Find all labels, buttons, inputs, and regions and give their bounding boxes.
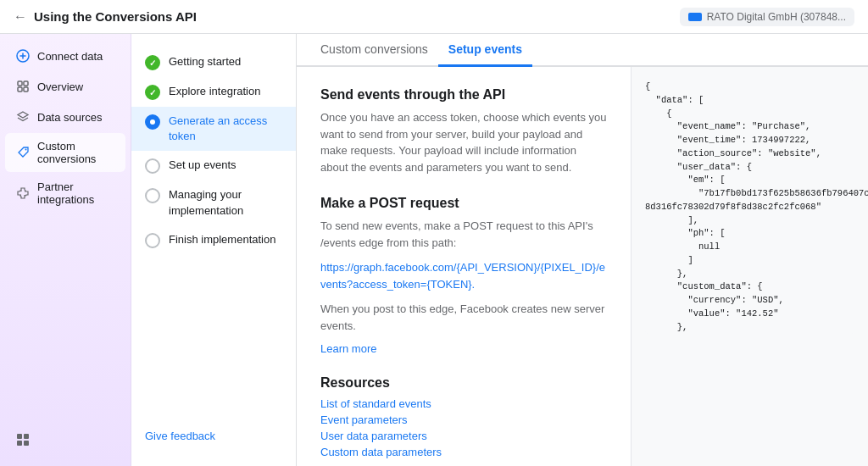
step-circle-active [145, 114, 160, 130]
step-generate-access-token[interactable]: Generate an access token [131, 107, 296, 151]
active-dot [150, 119, 155, 125]
back-button[interactable]: ← [14, 9, 27, 25]
resource-link-4[interactable]: Custom data parameters [320, 446, 442, 458]
content-area: Send events through the API Once you hav… [297, 67, 868, 466]
main-layout: Connect data Overview [0, 34, 868, 466]
resources-title: Resources [320, 375, 607, 391]
tag-icon [15, 145, 31, 160]
sidebar-item-connect-data[interactable]: Connect data [5, 42, 125, 70]
company-icon [688, 13, 702, 21]
main-content: Send events through the API Once you hav… [297, 67, 631, 466]
checkmark-icon: ✓ [149, 58, 156, 68]
sidebar-item-partner-integrations[interactable]: Partner integrations [5, 174, 125, 213]
top-bar-left: ← Using the Conversions API [14, 9, 197, 25]
list-item: Custom data parameters [320, 446, 607, 458]
top-bar: ← Using the Conversions API RATO Digital… [0, 0, 868, 34]
sidebar-label-connect-data: Connect data [37, 50, 103, 63]
step-circle-empty-2 [145, 188, 160, 203]
company-badge: RATO Digital GmbH (307848... [680, 8, 854, 26]
learn-more-link[interactable]: Learn more [320, 342, 376, 355]
section-post-request: Make a POST request To send new events, … [320, 196, 607, 355]
svg-rect-4 [24, 81, 28, 86]
step-label-getting-started: Getting started [169, 54, 241, 69]
section-resources: Resources List of standard events Event … [320, 375, 607, 458]
step-label-explore-integration: Explore integration [169, 84, 260, 99]
tab-setup-events[interactable]: Setup events [438, 34, 532, 67]
svg-rect-3 [18, 81, 22, 86]
step-getting-started[interactable]: ✓ Getting started [131, 47, 296, 77]
step-circle-done: ✓ [145, 55, 160, 70]
svg-rect-8 [17, 434, 22, 439]
sidebar-item-overview[interactable]: Overview [5, 72, 125, 101]
step-finish-implementation[interactable]: Finish implementation [131, 225, 296, 255]
step-circle-empty-3 [145, 233, 160, 248]
sidebar-label-data-sources: Data sources [37, 111, 103, 124]
svg-point-7 [25, 149, 27, 151]
content-inner: Send events through the API Once you hav… [297, 67, 868, 466]
grid-apps-button[interactable] [10, 427, 36, 452]
step-label-generate-token: Generate an access token [169, 114, 282, 144]
section-send-events: Send events through the API Once you hav… [320, 87, 607, 175]
post-request-text2: When you post to this edge, Facebook cre… [320, 301, 607, 334]
sidebar-item-custom-conversions[interactable]: Custom conversions [5, 133, 125, 172]
resource-link-3[interactable]: User data parameters [320, 430, 427, 442]
nav-bottom [0, 420, 131, 459]
step-circle-empty-1 [145, 158, 160, 174]
post-request-title: Make a POST request [320, 196, 607, 211]
resource-link-1[interactable]: List of standard events [320, 397, 431, 410]
step-set-up-events[interactable]: Set up events [131, 151, 296, 180]
give-feedback-section: Give feedback [131, 419, 296, 452]
sidebar-label-custom-conversions: Custom conversions [37, 140, 115, 165]
step-managing-implementation[interactable]: Managing your implementation [131, 180, 296, 225]
post-request-text1: To send new events, make a POST request … [320, 218, 607, 251]
page-title: Using the Conversions API [34, 9, 197, 24]
step-label-set-up-events: Set up events [169, 158, 236, 173]
company-name: RATO Digital GmbH (307848... [707, 11, 846, 23]
list-item: List of standard events [320, 397, 607, 410]
secondary-tabs: Custom conversions Setup events [297, 34, 868, 67]
give-feedback-link[interactable]: Give feedback [145, 430, 215, 442]
grid-icon [15, 79, 31, 94]
send-events-title: Send events through the API [320, 87, 607, 103]
code-block: { "data": [ { "event_name": "Purchase", … [645, 80, 854, 334]
step-explore-integration[interactable]: ✓ Explore integration [131, 77, 296, 107]
step-label-managing-implementation: Managing your implementation [169, 187, 282, 218]
plus-circle-icon [15, 48, 31, 64]
tab-custom-conversions[interactable]: Custom conversions [310, 34, 438, 67]
steps-sidebar: ✓ Getting started ✓ Explore integration … [131, 34, 297, 466]
sidebar-label-partner-integrations: Partner integrations [37, 180, 115, 206]
send-events-text: Once you have an access token, choose wh… [320, 109, 607, 175]
resource-list: List of standard events Event parameters… [320, 397, 607, 458]
post-request-url: https://graph.facebook.com/{API_VERSION}… [320, 259, 607, 292]
svg-rect-11 [24, 441, 29, 446]
step-label-finish-implementation: Finish implementation [169, 232, 275, 247]
puzzle-icon [15, 186, 31, 201]
step-circle-done-2: ✓ [145, 85, 160, 100]
svg-rect-6 [24, 87, 28, 92]
resource-link-2[interactable]: Event parameters [320, 413, 408, 426]
list-item: Event parameters [320, 413, 607, 426]
sidebar-item-data-sources[interactable]: Data sources [5, 103, 125, 131]
layers-icon [15, 109, 31, 125]
list-item: User data parameters [320, 430, 607, 442]
svg-rect-9 [24, 434, 29, 439]
checkmark-icon-2: ✓ [149, 88, 156, 97]
svg-rect-5 [18, 87, 22, 92]
svg-rect-10 [17, 441, 22, 446]
code-panel: { "data": [ { "event_name": "Purchase", … [631, 67, 868, 466]
left-sidebar: Connect data Overview [0, 34, 131, 466]
sidebar-label-overview: Overview [37, 80, 83, 93]
